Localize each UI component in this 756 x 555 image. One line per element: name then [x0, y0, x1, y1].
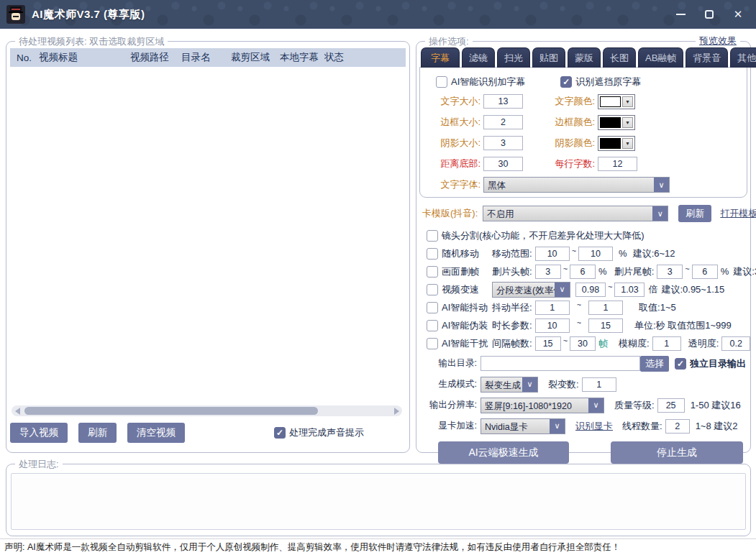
random-move-label: 随机移动 [442, 247, 492, 260]
threads-label: 线程数量: [622, 420, 662, 433]
tail-frame-from-input[interactable] [657, 265, 683, 279]
app-logo-icon [6, 5, 25, 24]
speed-to-input[interactable] [614, 283, 645, 297]
open-template-dir-link[interactable]: 打开模板目录 [720, 207, 756, 220]
ai-disguise-hint: 单位:秒 取值范围1~999 [634, 319, 732, 332]
tab-sticker[interactable]: 贴图 [532, 47, 565, 68]
move-range-from-input[interactable] [535, 247, 570, 261]
tilde-separator: ~ [577, 318, 581, 327]
lens-split-checkbox[interactable] [427, 230, 438, 242]
ai-shake-hint: 取值:1~5 [639, 301, 676, 314]
output-dir-label: 输出目录: [421, 357, 477, 370]
output-dir-input[interactable] [481, 356, 640, 371]
fission-count-input[interactable] [582, 377, 616, 392]
chevron-down-icon: ∨ [652, 206, 668, 221]
opacity-input[interactable] [721, 336, 750, 351]
quality-hint: 1-50 建议16 [691, 399, 741, 412]
detect-gpu-link[interactable]: 识别显卡 [575, 420, 613, 433]
ai-add-subtitle-checkbox[interactable] [436, 76, 447, 88]
scroll-right-icon[interactable] [391, 408, 402, 415]
tail-frame-to-input[interactable] [692, 265, 718, 279]
shadow-color-picker[interactable]: ▼ [598, 136, 635, 151]
font-select[interactable]: 黑体 ∨ [483, 177, 670, 193]
duration-from-input[interactable] [535, 318, 570, 333]
ai-disturb-checkbox[interactable] [427, 338, 438, 349]
stop-generate-button[interactable]: 停止生成 [611, 441, 743, 464]
shadow-size-input[interactable] [483, 136, 523, 150]
window-title: AI魔术师V3.7 (尊享版) [32, 8, 145, 22]
interval-frames-label: 间隔帧数: [492, 337, 532, 350]
text-size-label: 文字大小: [420, 95, 481, 108]
head-frame-to-input[interactable] [570, 265, 596, 279]
random-move-checkbox[interactable] [427, 248, 438, 260]
speed-change-checkbox[interactable] [427, 284, 438, 295]
resolution-label: 输出分辨率: [421, 399, 477, 411]
bottom-distance-input[interactable] [483, 157, 523, 171]
text-color-picker[interactable]: ▼ [598, 94, 635, 109]
close-icon[interactable]: ✕ [732, 8, 744, 21]
duration-to-input[interactable] [588, 318, 623, 333]
independent-dir-checkbox[interactable] [675, 358, 686, 370]
combo-arrow-icon: ▼ [622, 96, 633, 107]
speed-mode-select[interactable]: 分段变速(效率优 ∨ [492, 282, 570, 298]
import-videos-button[interactable]: 导入视频 [10, 423, 68, 443]
move-range-label: 移动范围: [492, 247, 532, 260]
preview-effect-link[interactable]: 预览效果 [696, 35, 740, 47]
move-range-to-input[interactable] [578, 247, 613, 261]
tab-mask[interactable]: 蒙版 [568, 47, 601, 68]
select-dir-button[interactable]: 选择 [640, 356, 669, 372]
refresh-list-button[interactable]: 刷新 [78, 423, 117, 443]
gpu-select[interactable]: Nvidia显卡 ∨ [481, 418, 565, 434]
shake-from-input[interactable] [535, 301, 570, 315]
scroll-left-icon[interactable] [12, 408, 23, 415]
interval-from-input[interactable] [535, 336, 561, 351]
video-list-panel: 待处理视频列表: 双击选取裁剪区域 No. 视频标题 视频路径 目录名 裁剪区域… [6, 41, 410, 453]
template-refresh-button[interactable]: 刷新 [678, 205, 711, 222]
chars-per-line-input[interactable] [598, 157, 637, 171]
tilde-separator: ~ [577, 301, 581, 309]
move-range-hint: 建议:6~12 [633, 247, 675, 260]
tab-filter[interactable]: 滤镜 [462, 47, 495, 68]
minimize-icon[interactable] [674, 8, 687, 21]
border-size-input[interactable] [483, 115, 523, 129]
tab-ab-blend[interactable]: AB融帧 [638, 47, 683, 68]
tab-sweep-light[interactable]: 扫光 [497, 47, 530, 68]
speed-from-input[interactable] [575, 283, 606, 297]
template-select[interactable]: 不启用 ∨ [483, 206, 668, 221]
ai-shake-checkbox[interactable] [427, 302, 438, 313]
frame-delete-checkbox[interactable] [427, 266, 438, 278]
title-bar: AI魔术师V3.7 (尊享版) ✕ [0, 0, 756, 29]
clear-videos-button[interactable]: 清空视频 [127, 423, 185, 443]
options-panel: 操作选项: 预览效果 字幕 滤镜 扫光 贴图 蒙版 长图 AB融帧 背景音 其他… [416, 41, 751, 453]
sound-tip-checkbox[interactable] [274, 427, 286, 439]
ai-disguise-label: AI智能伪装 [442, 319, 492, 332]
tab-long-image[interactable]: 长图 [603, 47, 636, 68]
ai-disturb-label: AI智能干扰 [442, 337, 492, 350]
cover-original-checkbox[interactable] [560, 76, 572, 88]
threads-input[interactable] [665, 419, 690, 434]
blur-input[interactable] [652, 336, 681, 351]
head-frame-from-input[interactable] [535, 265, 561, 279]
tilde-separator: ~ [563, 265, 568, 273]
interval-to-input[interactable] [570, 336, 596, 351]
maximize-icon[interactable] [703, 8, 716, 21]
gen-mode-select[interactable]: 裂变生成 ∨ [481, 377, 538, 393]
scrollbar-thumb[interactable] [24, 407, 318, 415]
quality-input[interactable] [657, 398, 685, 413]
ai-disguise-checkbox[interactable] [427, 320, 438, 331]
video-table-body[interactable] [10, 67, 406, 402]
tab-other[interactable]: 其他 [730, 47, 756, 68]
speed-mode-value: 分段变速(效率优 [493, 283, 555, 297]
horizontal-scrollbar[interactable] [12, 405, 402, 416]
resolution-select[interactable]: 竖屏[9:16]-1080*1920 ∨ [481, 398, 604, 413]
options-title: 操作选项: [425, 35, 473, 48]
tab-bgm[interactable]: 背景音 [686, 47, 728, 68]
shadow-color-swatch [600, 138, 621, 149]
chars-per-line-label: 每行字数: [523, 157, 595, 170]
cloud-generate-button[interactable]: AI云端极速生成 [438, 441, 569, 464]
text-size-input[interactable] [483, 94, 523, 109]
border-color-picker[interactable]: ▼ [598, 115, 635, 130]
shake-to-input[interactable] [588, 301, 623, 315]
tail-frame-unit: % [721, 266, 729, 277]
tab-subtitle[interactable]: 字幕 [421, 47, 460, 68]
